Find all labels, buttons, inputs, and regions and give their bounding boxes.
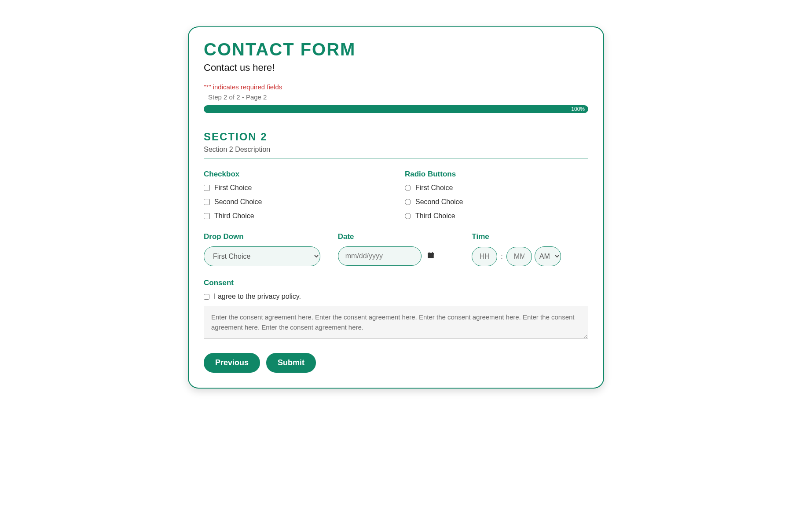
checkbox-input[interactable] — [204, 213, 210, 219]
section-divider — [204, 158, 588, 158]
radio-option[interactable]: Second Choice — [405, 198, 588, 206]
svg-rect-1 — [428, 253, 434, 254]
previous-button[interactable]: Previous — [204, 353, 260, 373]
consent-checkbox[interactable] — [204, 294, 209, 300]
radio-option-label: Third Choice — [415, 212, 455, 220]
consent-field-label: Consent — [204, 279, 588, 287]
progress-percent-label: 100% — [571, 105, 585, 113]
time-field: Time : AM — [472, 232, 588, 266]
checkbox-field: Checkbox First Choice Second Choice Thir… — [204, 170, 387, 220]
radio-input[interactable] — [405, 185, 411, 191]
form-title: CONTACT FORM — [204, 40, 588, 59]
time-hour-input[interactable] — [472, 247, 497, 266]
section-title: SECTION 2 — [204, 131, 588, 143]
time-minute-input[interactable] — [506, 247, 532, 266]
radio-input[interactable] — [405, 213, 411, 219]
checkbox-option[interactable]: First Choice — [204, 184, 387, 192]
radio-option[interactable]: First Choice — [405, 184, 588, 192]
radio-option-label: First Choice — [415, 184, 453, 192]
required-fields-note: "*" indicates required fields — [204, 83, 588, 91]
form-subtitle: Contact us here! — [204, 62, 588, 73]
consent-field: Consent I agree to the privacy policy. — [204, 279, 588, 341]
radio-field-label: Radio Buttons — [405, 170, 588, 179]
date-field-label: Date — [338, 232, 455, 241]
radio-option-label: Second Choice — [415, 198, 463, 206]
time-field-label: Time — [472, 232, 588, 241]
checkbox-input[interactable] — [204, 185, 210, 191]
time-ampm-select[interactable]: AM — [535, 246, 561, 266]
svg-rect-3 — [432, 252, 433, 253]
radio-field: Radio Buttons First Choice Second Choice… — [405, 170, 588, 220]
consent-textarea[interactable] — [204, 306, 588, 339]
svg-rect-2 — [429, 252, 429, 253]
checkbox-option-label: Second Choice — [214, 198, 262, 206]
checkbox-option[interactable]: Second Choice — [204, 198, 387, 206]
contact-form-card: CONTACT FORM Contact us here! "*" indica… — [188, 26, 604, 389]
time-separator: : — [500, 253, 503, 260]
dropdown-select[interactable]: First Choice — [204, 246, 320, 266]
required-note-quote-close: " indicates required fields — [209, 83, 282, 91]
submit-button[interactable]: Submit — [266, 353, 316, 373]
consent-checkbox-row[interactable]: I agree to the privacy policy. — [204, 293, 588, 301]
checkbox-option[interactable]: Third Choice — [204, 212, 387, 220]
radio-input[interactable] — [405, 199, 411, 205]
progress-bar: 100% — [204, 105, 588, 113]
section-description: Section 2 Description — [204, 146, 588, 154]
checkbox-option-label: Third Choice — [214, 212, 254, 220]
consent-checkbox-label: I agree to the privacy policy. — [214, 293, 301, 301]
dropdown-field: Drop Down First Choice — [204, 232, 320, 266]
step-indicator: Step 2 of 2 - Page 2 — [204, 93, 588, 101]
date-field: Date — [338, 232, 455, 266]
checkbox-option-label: First Choice — [214, 184, 252, 192]
checkbox-field-label: Checkbox — [204, 170, 387, 179]
date-input[interactable] — [338, 246, 422, 266]
checkbox-input[interactable] — [204, 199, 210, 205]
dropdown-field-label: Drop Down — [204, 232, 320, 241]
radio-option[interactable]: Third Choice — [405, 212, 588, 220]
calendar-icon[interactable] — [427, 251, 435, 261]
